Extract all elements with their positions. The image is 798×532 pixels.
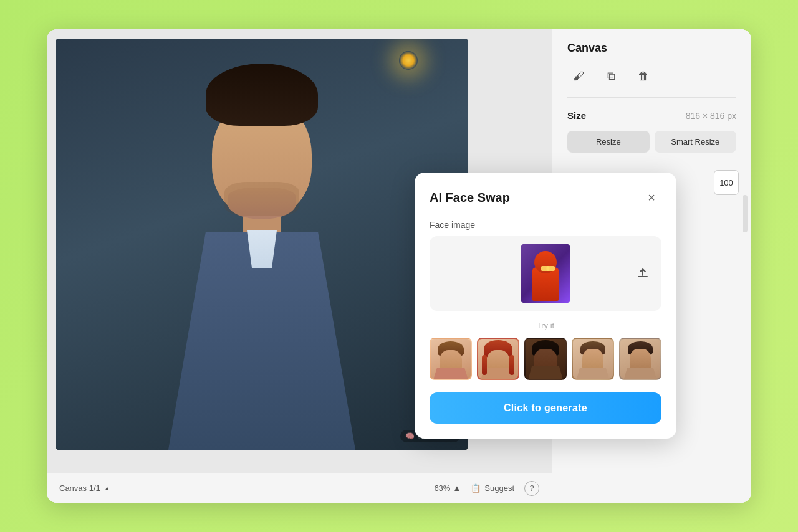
copy-icon: ⧉ — [607, 70, 615, 83]
zoom-value: 63% — [434, 483, 450, 493]
canvas-info-text: Canvas 1/1 — [59, 483, 100, 493]
suggest-label: Suggest — [484, 483, 514, 493]
try-it-label: Try it — [430, 321, 661, 330]
delete-button[interactable]: 🗑 — [632, 65, 655, 87]
generate-button[interactable]: Click to generate — [430, 392, 661, 424]
help-label: ? — [529, 483, 534, 493]
upload-button[interactable] — [632, 262, 654, 285]
help-button[interactable]: ? — [524, 481, 539, 496]
main-image: 🧠 insMind.c... — [56, 39, 468, 450]
canvas-chevron-icon[interactable]: ▲ — [104, 485, 110, 492]
face-image-preview — [521, 244, 570, 303]
delete-icon: 🗑 — [638, 70, 649, 83]
panel-title: Canvas — [567, 42, 736, 55]
zoom-chevron-icon: ▲ — [453, 483, 461, 493]
canvas-info: Canvas 1/1 ▲ — [59, 483, 110, 493]
zoom-info[interactable]: 63% ▲ — [434, 483, 461, 493]
dialog-title: AI Face Swap — [430, 191, 510, 205]
scrollbar[interactable] — [743, 195, 748, 232]
paint-button[interactable]: 🖌 — [567, 65, 590, 87]
resize-button[interactable]: Resize — [567, 131, 650, 153]
sample-face-5[interactable] — [619, 338, 661, 380]
panel-icons: 🖌 ⧉ 🗑 — [567, 65, 736, 87]
close-button[interactable]: × — [642, 188, 661, 207]
panel-header: Canvas 🖌 ⧉ 🗑 Size 816 × 816 px Resize Sm — [552, 29, 751, 170]
face-upload-area[interactable] — [430, 236, 661, 311]
sample-faces — [430, 338, 661, 380]
copy-button[interactable]: ⧉ — [600, 65, 622, 87]
face-image-label: Face image — [430, 220, 661, 230]
sample-face-3[interactable] — [524, 338, 567, 380]
opacity-box[interactable]: 100 — [714, 170, 739, 195]
opacity-value: 100 — [719, 178, 733, 188]
panel-divider — [567, 97, 736, 98]
suggest-icon: 📋 — [471, 483, 481, 493]
size-row: Size 816 × 816 px — [567, 105, 736, 126]
bottom-bar: Canvas 1/1 ▲ 63% ▲ 📋 Suggest ? — [47, 473, 552, 503]
size-label: Size — [567, 110, 586, 121]
sample-face-1[interactable] — [430, 338, 472, 380]
suggest-button[interactable]: 📋 Suggest — [471, 483, 514, 493]
watermark-icon: 🧠 — [405, 432, 415, 440]
sample-face-4[interactable] — [572, 338, 614, 380]
paint-icon: 🖌 — [573, 70, 584, 83]
smart-resize-button[interactable]: Smart Resize — [655, 131, 737, 153]
resize-buttons: Resize Smart Resize — [567, 131, 736, 153]
face-swap-dialog: AI Face Swap × Face image — [415, 173, 676, 439]
dialog-header: AI Face Swap × — [430, 188, 661, 207]
sample-face-2[interactable] — [477, 338, 519, 380]
size-value: 816 × 816 px — [686, 111, 736, 121]
main-container: 🧠 insMind.c... Canvas 1/1 ▲ 63% ▲ 📋 Sugg… — [47, 29, 751, 503]
